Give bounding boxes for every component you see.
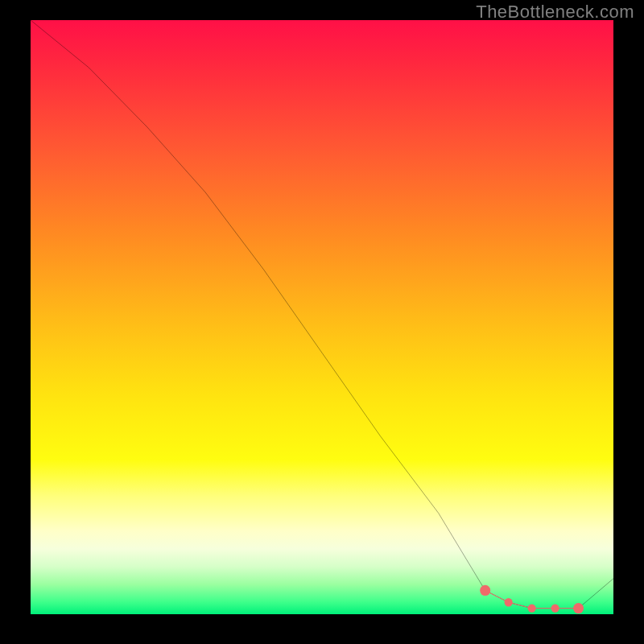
- marker-dot: [528, 604, 536, 612]
- chart-svg: [31, 20, 613, 614]
- watermark-text: TheBottleneck.com: [476, 2, 634, 23]
- curve-line: [31, 20, 613, 609]
- marker-dot: [505, 598, 513, 606]
- marker-dot: [573, 603, 584, 613]
- chart-frame: TheBottleneck.com: [0, 0, 644, 644]
- marker-dot: [480, 585, 490, 596]
- marker-dot: [551, 604, 559, 612]
- plot-area: [31, 20, 613, 614]
